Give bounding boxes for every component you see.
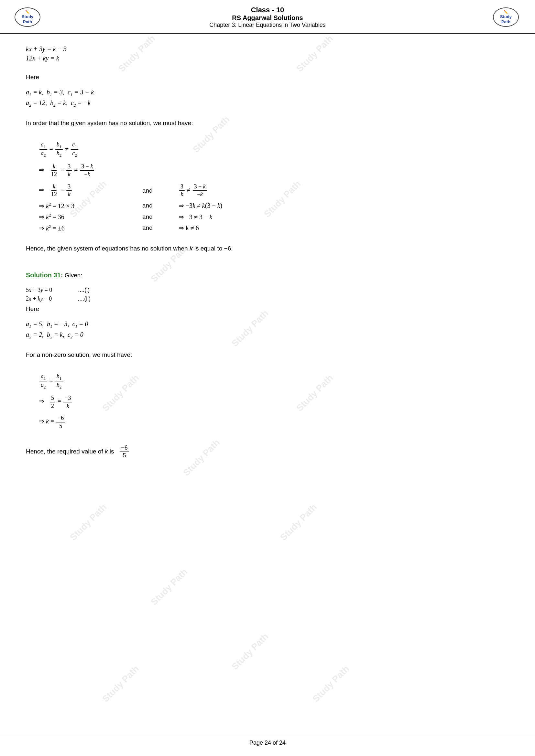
sol31-nonzero-text: For a non-zero solution, we must have: — [26, 351, 509, 359]
sol31-eq2-label: ....(ii) — [78, 295, 103, 302]
sol31-step1: ⇒ 5 2 = −3 k — [39, 394, 509, 410]
col2-step3: ⇒ −3k ≠ k(3 − k) — [179, 202, 223, 209]
frac-k12-2: k 12 — [50, 183, 58, 199]
two-col-step2: ⇒ k 12 = 3 k and 3 k ≠ 3 − k — [39, 183, 509, 199]
page-footer: Page 24 of 24 — [0, 735, 535, 746]
header-rs: RS Aggarwal Solutions — [42, 14, 493, 22]
watermark-13: Study Path — [149, 567, 189, 607]
frac-3k: 3 k — [66, 163, 72, 178]
solution31-header: Solution 31: Given: — [26, 272, 509, 279]
sol31-frac-a1a2: a1 a2 — [40, 373, 47, 390]
sol31-a1-values: a1 = 5, b1 = −3, c1 = 0 — [26, 320, 509, 329]
col1-step2: ⇒ k 12 = 3 k — [39, 183, 123, 199]
two-col-step3: ⇒ k2 = 12 × 3 and ⇒ −3k ≠ k(3 − k) — [39, 202, 509, 210]
conclusion-text: Hence, the given system of equations has… — [26, 245, 509, 252]
logo-oval-right: ✏️ Study Path — [493, 8, 519, 27]
logo-right: ✏️ Study Path — [493, 8, 522, 27]
sol31-frac-cond: a1 a2 = b1 b2 — [39, 373, 509, 390]
frac-3mk-mk: 3 − k −k — [80, 163, 94, 178]
solution31-label: Solution 31: — [26, 272, 63, 279]
watermark-11: Study Path — [68, 502, 109, 543]
and-2: and — [142, 202, 153, 209]
sol31-eq2: 2x + ky = 0 — [26, 295, 52, 302]
col2-step2: 3 k ≠ 3 − k −k — [179, 183, 208, 199]
frac-3k-2: 3 k — [66, 183, 72, 199]
page-content: kx + 3y = k − 3 12x + ky = k Here a1 = k… — [0, 34, 535, 482]
frac-c1c2: c1 c2 — [71, 141, 78, 158]
frac-k12: k 12 — [50, 163, 58, 178]
watermark-16: Study Path — [311, 663, 351, 704]
and-3: and — [142, 213, 153, 220]
frac-3k-rhs: 3 k — [179, 183, 185, 199]
a1-values: a1 = k, b1 = 3, c1 = 3 − k — [26, 89, 509, 97]
logo-oval: ✏️ Study Path — [14, 8, 41, 27]
and-4: and — [142, 224, 153, 231]
watermark-15: Study Path — [100, 663, 141, 704]
sol31-frac-final: −6 5 — [120, 444, 129, 460]
sol31-eq1-row: 5x − 3y = 0 ....(i) — [26, 287, 509, 293]
sol31-eq1: 5x − 3y = 0 — [26, 287, 52, 293]
watermark-12: Study Path — [278, 502, 319, 543]
col1-step5: ⇒ k2 = ±6 — [39, 224, 123, 232]
sol31-frac-b1b2: b1 b2 — [55, 373, 63, 390]
two-col-step4: ⇒ k2 = 36 and ⇒ −3 ≠ 3 − k — [39, 213, 509, 221]
header-class: Class - 10 — [42, 6, 493, 14]
header-titles: Class - 10 RS Aggarwal Solutions Chapter… — [42, 6, 493, 28]
col1-step4: ⇒ k2 = 36 — [39, 213, 123, 221]
frac-3mk-mk-rhs: 3 − k −k — [193, 183, 207, 199]
equation-12x: 12x + ky = k — [26, 55, 509, 62]
frac-b1b2: b1 b2 — [55, 141, 63, 158]
col2-step5: ⇒ k ≠ 6 — [179, 224, 199, 232]
step-arrow1: ⇒ k 12 = 3 k ≠ 3 − k −k — [39, 163, 509, 178]
fraction-condition: a1 a2 = b1 b2 ≠ c1 c2 — [39, 141, 509, 158]
sol31-frac-neg3k: −3 k — [63, 394, 72, 410]
a2-values: a2 = 12, b2 = k, c2 = −k — [26, 99, 509, 108]
and-1: and — [142, 187, 153, 194]
page-number: Page 24 of 24 — [249, 740, 286, 746]
sol31-frac-neg65: −6 5 — [56, 414, 65, 430]
frac-a1a2: a1 a2 — [40, 141, 47, 158]
header-chapter: Chapter 3: Linear Equations in Two Varia… — [42, 22, 493, 28]
sol31-frac-52: 5 2 — [50, 394, 55, 410]
equation-kx: kx + 3y = k − 3 — [26, 45, 509, 53]
sol31-a2-values: a2 = 2, b2 = k, c2 = 0 — [26, 331, 509, 340]
page-wrapper: Study Path Study Path Study Path Study P… — [0, 0, 535, 756]
no-solution-text: In order that the given system has no so… — [26, 120, 509, 127]
col1-step3: ⇒ k2 = 12 × 3 — [39, 202, 123, 210]
sol31-step2: ⇒ k = −6 5 — [39, 414, 509, 430]
col2-step4: ⇒ −3 ≠ 3 − k — [179, 213, 212, 221]
two-col-step5: ⇒ k2 = ±6 and ⇒ k ≠ 6 — [39, 224, 509, 232]
sol31-conclusion: Hence, the required value of k is −6 5 — [26, 444, 509, 460]
sol31-here: Here — [26, 306, 509, 312]
watermark-14: Study Path — [230, 631, 270, 672]
sol31-eq2-row: 2x + ky = 0 ....(ii) — [26, 295, 509, 302]
logo-left: ✏️ Study Path — [13, 6, 42, 28]
here-label: Here — [26, 74, 509, 81]
page-header: ✏️ Study Path Class - 10 RS Aggarwal Sol… — [0, 0, 535, 34]
sol31-eq1-label: ....(i) — [78, 287, 104, 293]
